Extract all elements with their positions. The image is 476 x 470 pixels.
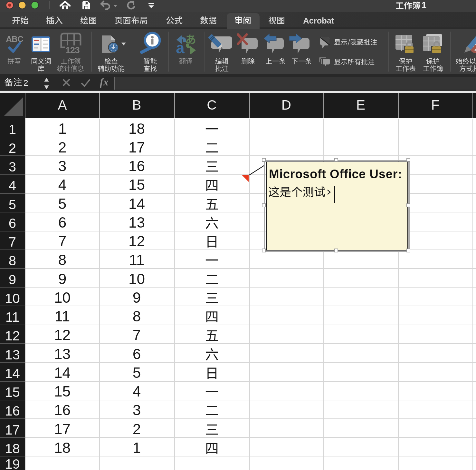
svg-text:123: 123: [65, 45, 80, 54]
